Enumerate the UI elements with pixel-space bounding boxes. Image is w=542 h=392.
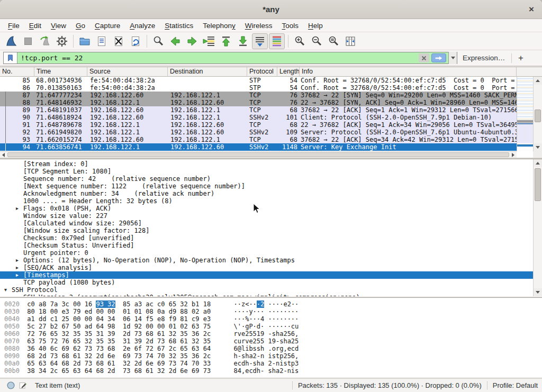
column-header-protocol[interactable]: Protocol	[247, 67, 277, 77]
packet-cell[interactable]: TCP	[247, 106, 277, 114]
go-forward-button[interactable]	[184, 33, 200, 49]
packet-list-minimap[interactable]	[517, 77, 533, 151]
tree-toggle-icon[interactable]: ▾	[4, 286, 12, 294]
tree-toggle-icon[interactable]: ▸	[16, 264, 23, 271]
hex-bytes[interactable]: 63 75 72 76 65 32 35 35 31 39 2d 73 68 6…	[27, 338, 211, 345]
menu-wireless[interactable]: Wireless	[240, 20, 277, 31]
zoom-100-button[interactable]	[326, 33, 341, 49]
packet-list-hscrollbar[interactable]	[0, 151, 517, 158]
detail-line[interactable]: [Checksum Status: Unverified]	[0, 242, 533, 249]
tree-toggle-icon[interactable]: ▸	[16, 294, 23, 296]
detail-line[interactable]: [Stream index: 0]	[0, 160, 533, 168]
packet-row[interactable]: 8771.647777234192.168.122.60192.168.122.…	[0, 92, 517, 99]
go-last-packet-button[interactable]	[235, 33, 251, 49]
packet-row[interactable]: 9271.661949820192.168.122.1192.168.122.6…	[0, 129, 517, 136]
restart-capture-button[interactable]	[37, 33, 53, 49]
detail-line[interactable]: [Calculated window size: 29056]	[0, 220, 533, 227]
detail-line[interactable]: Urgent pointer: 0	[0, 249, 533, 257]
hex-bytes[interactable]	[211, 315, 233, 323]
packet-cell[interactable]: 90	[0, 114, 34, 121]
profile-text[interactable]: Profile: Default	[493, 381, 538, 389]
menu-go[interactable]: Go	[71, 20, 90, 31]
scroll-left-button[interactable]	[0, 152, 7, 158]
detail-line[interactable]: Acknowledgment number: 34 (relative ack …	[0, 190, 533, 197]
packet-cell[interactable]: 192.168.122.1	[168, 136, 247, 143]
menu-analyze[interactable]: Analyze	[125, 20, 160, 31]
hex-bytes[interactable]	[211, 352, 233, 360]
packet-cell[interactable]: 88	[0, 99, 34, 106]
ascii-text[interactable]: 84,ecdh- sha2-nis	[234, 367, 299, 375]
menu-view[interactable]: View	[46, 20, 71, 31]
column-header-destination[interactable]: Destination	[168, 67, 247, 77]
packet-cell[interactable]: 71.647777234	[34, 92, 87, 99]
capture-comment-icon[interactable]	[19, 381, 28, 390]
packet-cell[interactable]: SSHv2	[247, 143, 277, 151]
column-header-length[interactable]: Length	[277, 67, 300, 77]
zoom-out-button[interactable]	[309, 33, 324, 49]
detail-line[interactable]: Window size value: 227	[0, 212, 533, 220]
tree-toggle-icon[interactable]: ▸	[16, 205, 23, 212]
packet-cell[interactable]	[168, 84, 247, 92]
packet-cell[interactable]: 22 → 37682 [SYN, ACK] Seq=0 Ack=1 Win=28…	[300, 99, 517, 106]
ascii-text[interactable]: ····e2··	[264, 300, 299, 308]
packet-cell[interactable]: 192.168.122.1	[87, 143, 168, 151]
hex-row[interactable]: 00b0 38 34 2c 65 63 64 68 2d 73 68 61 32…	[4, 367, 542, 375]
packet-cell[interactable]: 37682 → 22 [ACK] Seq=34 Ack=42 Win=29312…	[300, 136, 517, 143]
expert-info-icon[interactable]	[6, 381, 15, 390]
column-header-time[interactable]: Time	[34, 67, 87, 77]
packet-cell[interactable]: 1148	[277, 143, 300, 151]
hex-row[interactable]: 00a0 65 63 64 68 2d 73 68 61 32 2d 6e 69…	[4, 360, 542, 367]
detail-line[interactable]: 1000 .... = Header Length: 32 bytes (8)	[0, 197, 533, 205]
packet-cell[interactable]: 54	[277, 84, 300, 92]
packet-row[interactable]: 8670.013850163fe:54:00:d4:38:2aSTP54Conf…	[0, 84, 517, 92]
hex-bytes[interactable]	[211, 345, 233, 352]
packet-row[interactable]: 9171.648789678192.168.122.1192.168.122.6…	[0, 121, 517, 129]
hex-bytes-highlight[interactable]: 93 32	[96, 300, 115, 308]
tree-toggle-icon[interactable]: ▸	[16, 271, 23, 279]
ascii-text[interactable]: ····y··· ········	[234, 308, 299, 315]
ascii-highlight[interactable]: ·2	[257, 300, 264, 308]
scroll-down-button[interactable]	[534, 143, 542, 151]
ascii-text[interactable]: rve25519 -sha256,	[234, 330, 299, 338]
hex-bytes[interactable]: 68 2d 73 68 61 32 2d 6e 69 73 74 70 32 3…	[27, 352, 211, 360]
column-header-info[interactable]: Info	[300, 67, 517, 77]
hex-bytes[interactable]	[211, 323, 233, 330]
close-button[interactable]: ×	[525, 3, 538, 16]
zoom-in-button[interactable]	[292, 33, 308, 49]
detail-line[interactable]: ▸SSH Version 2 (encryption:chacha20-poly…	[0, 294, 533, 296]
resize-columns-button[interactable]	[342, 33, 358, 49]
ascii-text[interactable]: curve255 19-sha25	[234, 338, 299, 345]
stop-capture-button[interactable]	[20, 33, 36, 49]
packet-cell[interactable]: 71.662015274	[34, 136, 87, 143]
scrollbar-thumb[interactable]	[7, 152, 509, 157]
packet-cell[interactable]: Conf. Root = 32768/0/52:54:00:ef:c7:d5 C…	[300, 84, 517, 92]
detail-line[interactable]: ▸[Timestamps]	[0, 271, 533, 279]
packet-cell[interactable]: 192.168.122.60	[168, 121, 247, 129]
scroll-up-button[interactable]	[534, 77, 542, 85]
hex-bytes[interactable]: 65 63 64 68 2d 73 68 61 32 2d 6e 69 73 7…	[27, 360, 211, 367]
packet-cell[interactable]: 70.013850163	[34, 84, 87, 92]
packet-cell[interactable]: 71.663856741	[34, 143, 87, 151]
packet-cell[interactable]: fe:54:00:d4:38:2a	[87, 77, 168, 84]
packet-row[interactable]: 9071.648618924192.168.122.60192.168.122.…	[0, 114, 517, 121]
scrollbar-thumb[interactable]	[535, 110, 541, 122]
column-header-no[interactable]: No.	[0, 67, 34, 77]
packet-cell[interactable]: 192.168.122.60	[87, 106, 168, 114]
auto-scroll-button[interactable]	[252, 33, 268, 49]
scroll-down-button[interactable]	[534, 288, 542, 296]
colorize-button[interactable]	[269, 33, 285, 49]
packet-row[interactable]: 8971.648191037192.168.122.60192.168.122.…	[0, 106, 517, 114]
packet-cell[interactable]: 192.168.122.60	[168, 129, 247, 136]
hex-row[interactable]: 0050 5c 27 b2 67 50 ad 64 98 1d 92 00 00…	[4, 323, 542, 330]
hex-row[interactable]: 0090 68 2d 73 68 61 32 2d 6e 69 73 74 70…	[4, 352, 542, 360]
detail-line[interactable]: ▸Options: (12 bytes), No-Operation (NOP)…	[0, 257, 533, 264]
packet-cell[interactable]: 192.168.122.60	[87, 114, 168, 121]
menu-telephony[interactable]: Telephony	[198, 20, 240, 31]
packet-cell[interactable]: 89	[0, 106, 34, 114]
packet-cell[interactable]: 68	[277, 136, 300, 143]
ascii-text[interactable]: h-sha2-n istp256,	[234, 352, 299, 360]
reload-file-button[interactable]	[128, 33, 143, 49]
packet-row[interactable]: 9471.663856741192.168.122.1192.168.122.6…	[0, 143, 517, 151]
packet-cell[interactable]: SSHv2	[247, 129, 277, 136]
packet-cell[interactable]: 68	[277, 121, 300, 129]
